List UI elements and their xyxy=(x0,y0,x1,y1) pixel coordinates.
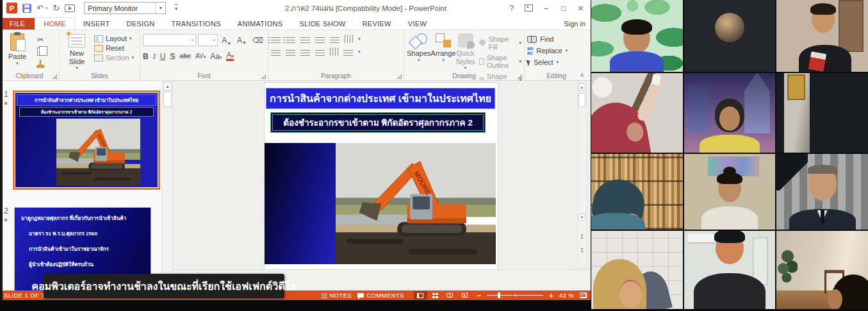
sign-in-link[interactable]: Sign in xyxy=(564,20,585,28)
numbering-button[interactable] xyxy=(286,35,295,43)
text-direction-button[interactable] xyxy=(345,35,353,43)
paste-button[interactable]: Paste ▾ xyxy=(3,32,32,72)
section-button[interactable]: Section▾ xyxy=(94,54,134,62)
shapes-button[interactable]: Shapes ▾ xyxy=(407,32,430,72)
monitor-select[interactable]: Primary Monitor ▾ xyxy=(84,2,166,14)
grow-font-button[interactable]: A▲ xyxy=(220,36,233,45)
slide-subtitle-box[interactable]: ต้องชำระอากรขาเข้าตาม พิกัดอัตราศุลกากรภ… xyxy=(270,112,486,133)
maximize-button[interactable]: □ xyxy=(555,1,572,15)
paragraph-dialog-launcher[interactable] xyxy=(397,74,402,79)
participant-tile-7[interactable] xyxy=(591,154,683,230)
customize-qat-button[interactable]: ▾ xyxy=(175,4,177,12)
format-painter-icon[interactable] xyxy=(35,59,46,69)
decrease-indent-button[interactable] xyxy=(300,35,310,43)
close-button[interactable]: × xyxy=(572,1,589,15)
italic-button[interactable]: I xyxy=(153,53,156,60)
shrink-font-button[interactable]: A▼ xyxy=(235,36,249,45)
canvas-scroll-thumb[interactable] xyxy=(578,93,585,107)
participant-tile-2-camera-off[interactable] xyxy=(684,0,776,72)
font-size-arrow-icon[interactable]: ▾ xyxy=(211,38,218,43)
scroll-up-icon[interactable]: ▲ xyxy=(578,83,585,91)
drawing-dialog-launcher[interactable] xyxy=(518,74,522,79)
ribbon-display-options-button[interactable] xyxy=(520,1,537,15)
slide-photo-block[interactable] xyxy=(265,143,496,264)
start-slideshow-icon[interactable] xyxy=(65,4,75,12)
normal-view-button[interactable] xyxy=(414,291,427,299)
paste-dropdown-icon[interactable]: ▾ xyxy=(16,61,19,66)
underline-button[interactable]: U xyxy=(160,53,166,60)
tab-insert[interactable]: INSERT xyxy=(75,18,119,29)
minimize-button[interactable]: – xyxy=(537,1,555,15)
participant-tile-12[interactable] xyxy=(776,231,868,309)
tab-view[interactable]: VIEW xyxy=(400,18,435,29)
participant-tile-10[interactable] xyxy=(591,231,683,309)
powerpoint-logo-icon[interactable]: P xyxy=(6,3,17,13)
text-shadow-button[interactable]: S xyxy=(170,53,175,60)
tab-design[interactable]: DESIGN xyxy=(119,18,163,29)
clear-formatting-button[interactable]: ⌫ xyxy=(250,36,265,45)
align-text-button[interactable] xyxy=(330,47,338,56)
participant-tile-11[interactable] xyxy=(684,231,776,309)
layout-button[interactable]: Layout▾ xyxy=(94,35,134,42)
slide-sorter-view-button[interactable] xyxy=(429,291,442,299)
character-spacing-button[interactable]: AV▾ xyxy=(195,53,206,60)
zoom-slider-thumb[interactable] xyxy=(498,292,500,298)
arrange-button[interactable]: Arrange ▾ xyxy=(430,32,455,72)
increase-indent-button[interactable] xyxy=(315,35,325,43)
comments-button[interactable]: COMMENTS xyxy=(357,292,404,299)
new-slide-button[interactable]: New Slide ▾ xyxy=(62,32,92,72)
zoom-out-button[interactable]: − xyxy=(477,292,481,299)
tab-file[interactable]: FILE xyxy=(0,18,35,29)
convert-to-smartart-button[interactable] xyxy=(343,48,353,56)
strikethrough-button[interactable]: abc xyxy=(179,53,191,60)
clipboard-dialog-launcher[interactable] xyxy=(53,74,57,79)
tab-slideshow[interactable]: SLIDE SHOW xyxy=(291,18,354,29)
participant-tile-9[interactable] xyxy=(776,154,868,230)
monitor-select-arrow-icon[interactable]: ▾ xyxy=(155,3,165,13)
participant-tile-4[interactable] xyxy=(591,73,683,153)
bold-button[interactable]: B xyxy=(143,53,149,60)
smartart-dropdown-icon[interactable]: ▾ xyxy=(358,49,361,55)
justify-button[interactable] xyxy=(315,48,325,56)
redo-icon[interactable]: ↻ xyxy=(53,4,60,12)
thumbnail-scrollbar[interactable]: ▲ xyxy=(161,81,172,290)
font-size-combo[interactable]: ▾ xyxy=(198,34,218,46)
canvas-scrollbar[interactable]: ▲ ▼ ▲▲ ▼▼ xyxy=(577,82,587,268)
line-spacing-button[interactable] xyxy=(330,35,340,43)
notes-button[interactable]: NOTES xyxy=(322,292,352,299)
reading-view-button[interactable] xyxy=(443,291,457,299)
undo-dropdown-icon[interactable]: ▾ xyxy=(45,6,48,11)
slide-title-banner[interactable]: การนำสินค้าจากต่างประเทศ เข้ามาในประเทศไ… xyxy=(266,88,495,109)
reset-button[interactable]: Reset xyxy=(94,44,134,52)
replace-button[interactable]: abacReplace▾ xyxy=(527,46,585,55)
copy-icon[interactable] xyxy=(35,47,46,56)
collapse-ribbon-button[interactable]: ∧ xyxy=(580,72,584,78)
scroll-down-icon[interactable]: ▼ xyxy=(578,214,585,221)
participant-tile-3[interactable] xyxy=(776,0,868,72)
bullets-button[interactable] xyxy=(271,35,281,43)
undo-icon[interactable]: ↶ xyxy=(37,4,44,12)
thumbnail-scroll-thumb[interactable] xyxy=(163,92,172,107)
cut-icon[interactable]: ✂ xyxy=(35,35,46,44)
tab-transitions[interactable]: TRANSITIONS xyxy=(163,18,229,29)
align-center-button[interactable] xyxy=(286,48,295,56)
slideshow-view-button[interactable] xyxy=(458,291,471,299)
select-button[interactable]: Select▾ xyxy=(527,58,585,66)
font-dialog-launcher[interactable] xyxy=(261,74,266,79)
slide-1-thumbnail[interactable]: การนำสินค้าจากต่างประเทศ เข้ามาในประเทศไ… xyxy=(13,90,160,190)
align-left-button[interactable] xyxy=(271,48,281,56)
participant-tile-8[interactable] xyxy=(684,154,776,230)
font-color-button[interactable]: A▾ xyxy=(226,51,234,61)
next-slide-button[interactable]: ▼▼ xyxy=(578,246,585,255)
participant-tile-5[interactable] xyxy=(684,73,776,153)
thumbnail-scroll-up-icon[interactable]: ▲ xyxy=(163,82,172,90)
participant-tile-6[interactable] xyxy=(776,73,868,153)
help-button[interactable]: ? xyxy=(503,1,520,15)
tab-review[interactable]: REVIEW xyxy=(354,18,400,29)
zoom-slider[interactable] xyxy=(487,291,543,299)
change-case-button[interactable]: Aa▾ xyxy=(210,53,222,60)
align-right-button[interactable] xyxy=(300,48,310,56)
shape-fill-button[interactable]: Shape Fill▾ xyxy=(479,35,521,51)
new-slide-dropdown-icon[interactable]: ▾ xyxy=(76,65,78,71)
previous-slide-button[interactable]: ▲▲ xyxy=(578,231,585,240)
